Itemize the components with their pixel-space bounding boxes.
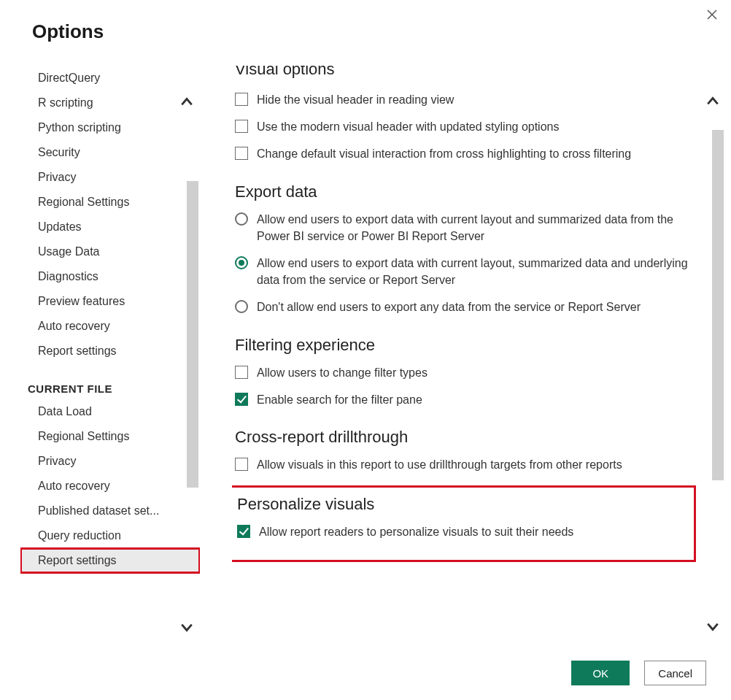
checkbox-modern-visual-header[interactable] [235, 120, 248, 133]
label-allow-cross-report-drillthrough: Allow visuals in this report to use dril… [257, 456, 696, 473]
sidebar-item-auto-recovery[interactable]: Auto recovery [20, 314, 200, 339]
checkbox-allow-personalize-visuals[interactable] [237, 525, 250, 538]
dialog-title: Options [32, 20, 731, 43]
option-export-summarized[interactable]: Allow end users to export data with curr… [235, 206, 696, 250]
sidebar-scroll-down-icon[interactable] [177, 617, 197, 637]
label-export-none: Don't allow end users to export any data… [257, 299, 696, 315]
heading-export-data: Export data [235, 182, 696, 201]
sidebar-item-file-privacy[interactable]: Privacy [20, 449, 200, 474]
option-export-none[interactable]: Don't allow end users to export any data… [235, 293, 696, 320]
radio-export-summarized[interactable] [235, 212, 248, 226]
option-allow-cross-report-drillthrough[interactable]: Allow visuals in this report to use dril… [235, 451, 696, 478]
content-scrollbar[interactable] [712, 130, 724, 480]
sidebar-item-file-regional-settings[interactable]: Regional Settings [20, 424, 200, 449]
label-modern-visual-header: Use the modern visual header with update… [257, 118, 696, 135]
content-panel: Visual options Hide the visual header in… [232, 66, 731, 640]
sidebar-item-file-data-load[interactable]: Data Load [20, 399, 200, 424]
option-export-underlying[interactable]: Allow end users to export data with curr… [235, 250, 696, 293]
sidebar-item-security[interactable]: Security [20, 140, 200, 165]
option-enable-search-filter-pane[interactable]: Enable search for the filter pane [235, 386, 696, 413]
content-scroll-down-icon[interactable] [702, 615, 724, 637]
sidebar-item-python-scripting[interactable]: Python scripting [20, 115, 200, 140]
option-allow-change-filter-types[interactable]: Allow users to change filter types [235, 359, 696, 386]
label-export-underlying: Allow end users to export data with curr… [257, 255, 696, 288]
option-modern-visual-header[interactable]: Use the modern visual header with update… [235, 113, 696, 140]
option-hide-visual-header[interactable]: Hide the visual header in reading view [235, 86, 696, 113]
sidebar-item-regional-settings[interactable]: Regional Settings [20, 190, 200, 215]
checkbox-allow-change-filter-types[interactable] [235, 366, 248, 379]
label-export-summarized: Allow end users to export data with curr… [257, 211, 696, 245]
option-allow-personalize-visuals[interactable]: Allow report readers to personalize visu… [237, 518, 684, 545]
sidebar-item-usage-data[interactable]: Usage Data [20, 239, 200, 264]
checkbox-hide-visual-header[interactable] [235, 93, 248, 106]
heading-filtering-experience: Filtering experience [235, 336, 696, 355]
checkbox-change-default-interaction[interactable] [235, 147, 248, 160]
highlight-personalize-visuals: Personalize visuals Allow report readers… [232, 485, 696, 562]
label-allow-change-filter-types: Allow users to change filter types [257, 364, 696, 381]
sidebar-item-updates[interactable]: Updates [20, 215, 200, 239]
label-allow-personalize-visuals: Allow report readers to personalize visu… [259, 523, 684, 540]
sidebar-item-preview-features[interactable]: Preview features [20, 289, 200, 314]
sidebar: DirectQuery R scripting Python scripting… [20, 66, 200, 640]
sidebar-item-r-scripting[interactable]: R scripting [20, 91, 200, 115]
label-change-default-interaction: Change default visual interaction from c… [257, 145, 696, 162]
sidebar-scroll-up-icon[interactable] [177, 92, 197, 112]
sidebar-item-file-published-dataset[interactable]: Published dataset set... [20, 499, 200, 523]
heading-visual-options: Visual options [235, 66, 696, 79]
heading-cross-report-drillthrough: Cross-report drillthrough [235, 428, 696, 447]
option-change-default-interaction[interactable]: Change default visual interaction from c… [235, 140, 696, 167]
label-enable-search-filter-pane: Enable search for the filter pane [257, 391, 696, 408]
radio-export-none[interactable] [235, 300, 248, 313]
cancel-button[interactable]: Cancel [644, 661, 706, 685]
sidebar-item-privacy[interactable]: Privacy [20, 165, 200, 190]
checkbox-allow-cross-report-drillthrough[interactable] [235, 458, 248, 471]
heading-personalize-visuals: Personalize visuals [237, 495, 684, 514]
ok-button[interactable]: OK [571, 661, 630, 685]
sidebar-scrollbar[interactable] [187, 181, 198, 488]
sidebar-item-diagnostics[interactable]: Diagnostics [20, 264, 200, 289]
sidebar-item-file-report-settings[interactable]: Report settings [20, 548, 200, 573]
close-icon[interactable] [706, 7, 718, 23]
radio-export-underlying[interactable] [235, 256, 248, 269]
sidebar-item-file-auto-recovery[interactable]: Auto recovery [20, 474, 200, 499]
checkbox-enable-search-filter-pane[interactable] [235, 393, 248, 406]
sidebar-item-report-settings-global[interactable]: Report settings [20, 339, 200, 364]
dialog-footer: OK Cancel [571, 661, 706, 685]
label-hide-visual-header: Hide the visual header in reading view [257, 91, 696, 108]
content-scroll-up-icon[interactable] [702, 91, 724, 112]
sidebar-section-current-file: CURRENT FILE [20, 364, 200, 399]
sidebar-item-file-query-reduction[interactable]: Query reduction [20, 523, 200, 548]
sidebar-item-directquery[interactable]: DirectQuery [20, 66, 200, 91]
